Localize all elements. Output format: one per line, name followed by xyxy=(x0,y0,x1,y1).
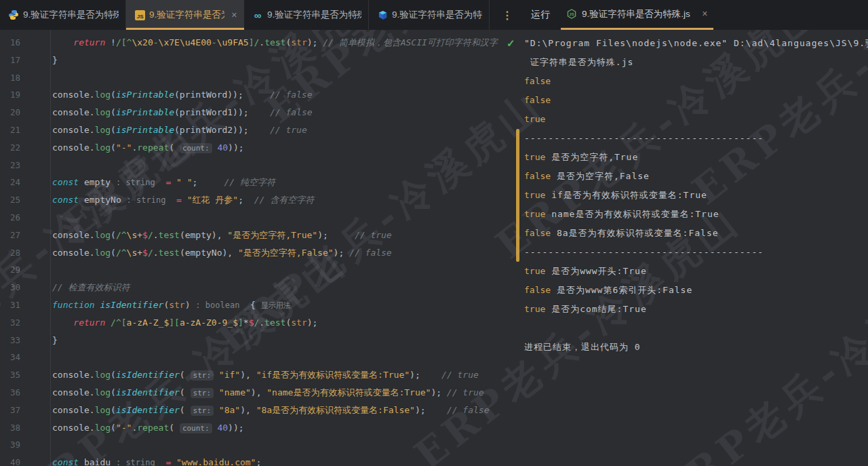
code-line: 26 xyxy=(0,209,502,227)
code-line: 30// 检查有效标识符 xyxy=(0,279,502,296)
close-icon[interactable]: ✕ xyxy=(231,11,237,20)
tab-go-file[interactable]: ∞ 9.验证字符串是否为特殊.go xyxy=(244,0,369,30)
code-token: ! xyxy=(105,37,116,47)
code-token: console. xyxy=(52,125,95,135)
inlay-hint-usages: 显示用法 xyxy=(261,301,291,310)
code-token: . xyxy=(259,317,264,328)
console-line: ---------------------------------------- xyxy=(524,243,868,262)
code-token: ( xyxy=(111,230,116,240)
line-number: 16 xyxy=(0,34,52,52)
code-token: = xyxy=(176,195,182,205)
console-output: "D:\Program Files\nodejs\node.exe" D:\ad… xyxy=(502,30,868,357)
code-token: log xyxy=(95,387,111,397)
line-number: 24 xyxy=(0,174,52,191)
code-token: ( xyxy=(180,370,191,380)
code-line: 29 xyxy=(0,261,502,279)
code-token: ; xyxy=(256,457,261,466)
code-token: \x7E xyxy=(159,37,180,47)
kebab-menu-icon[interactable]: ⋮ xyxy=(502,0,513,30)
code-token: str xyxy=(169,300,184,310)
line-number: 22 xyxy=(0,139,52,157)
close-icon[interactable]: ✕ xyxy=(702,9,708,18)
code-token: ( xyxy=(111,405,116,415)
code-token: ( xyxy=(111,142,116,153)
code-token: ]/ xyxy=(249,37,260,47)
code-token: 40 xyxy=(217,423,228,433)
code-token: + xyxy=(137,248,142,258)
tab-java-file[interactable]: 9.验证字符串是否为特殊.java xyxy=(369,0,490,30)
code-token: + xyxy=(137,230,142,240)
code-token: log xyxy=(95,370,111,380)
code-token: empty xyxy=(79,177,116,187)
line-number: 21 xyxy=(0,121,52,139)
inlay-hint-parameter: str: xyxy=(191,370,214,381)
code-token: console. xyxy=(52,370,95,380)
code-token: . xyxy=(259,37,264,47)
code-token: "-" xyxy=(116,423,132,433)
console-line: 证字符串是否为特殊.js xyxy=(524,53,868,72)
console-line: true 是否为com结尾:True xyxy=(524,300,868,319)
code-token: // 检查有效标识符 xyxy=(52,282,130,292)
svg-text:JS: JS xyxy=(569,12,574,16)
nodejs-icon: JS xyxy=(566,9,577,20)
code-token: \s xyxy=(127,248,138,258)
console-text: name是否为有效标识符或变量名:True xyxy=(545,209,719,219)
console-text: 是否为com结尾:True xyxy=(545,304,646,314)
code-token xyxy=(52,317,73,328)
console-text: false xyxy=(524,285,551,295)
code-token: ( xyxy=(169,423,180,433)
code-token: log xyxy=(95,248,111,258)
line-number: 35 xyxy=(0,366,52,384)
console-text: false xyxy=(524,95,551,105)
code-token: \u4E00 xyxy=(180,37,212,47)
code-token: log xyxy=(95,125,111,135)
code-token: - xyxy=(212,37,217,47)
tab-js-file-active[interactable]: JS 9.验证字符串是否为特殊.js ✕ xyxy=(126,0,244,30)
code-token: } xyxy=(52,335,58,345)
console-text: true xyxy=(524,209,545,219)
code-token xyxy=(214,370,219,380)
code-token: ( xyxy=(111,370,116,380)
code-editor[interactable]: 16 return !/[^\x20-\x7E\u4E00-\u9FA5]/.t… xyxy=(0,30,502,466)
code-token: )); xyxy=(228,423,243,433)
code-line: 22console.log("-".repeat( count: 40)); xyxy=(0,139,502,157)
tab-label: 9.验证字符串是否为特殊.java xyxy=(392,9,482,21)
line-number: 20 xyxy=(0,104,52,121)
code-token: ( xyxy=(180,387,191,397)
code-line: 31function isIdentifier(str) : boolean {… xyxy=(0,296,502,314)
code-token: . xyxy=(153,248,159,258)
code-token: "是否为空字符,True" xyxy=(227,230,317,240)
code-token: ] xyxy=(238,317,243,328)
code-line: 27console.log(/^\s+$/.test(empty), "是否为空… xyxy=(0,227,502,244)
inlay-hint-parameter: count: xyxy=(180,423,212,433)
code-line: 40const baidu : string = "www.baidu.com"… xyxy=(0,454,502,466)
inlay-hint-type: : string xyxy=(116,458,155,466)
run-tab-nodejs[interactable]: JS 9.验证字符串是否为特殊.js ✕ xyxy=(561,0,713,30)
go-icon: ∞ xyxy=(252,9,263,20)
code-token xyxy=(165,195,176,205)
code-token: / xyxy=(148,248,153,258)
code-token: ), xyxy=(240,370,256,380)
javascript-icon: JS xyxy=(134,9,145,20)
run-console[interactable]: ✓ "D:\Program Files\nodejs\node.exe" D:\… xyxy=(502,30,868,466)
code-token: const xyxy=(52,457,79,466)
code-token: test xyxy=(264,37,285,47)
console-text: ---------------------------------------- xyxy=(524,133,764,143)
code-line: 34 xyxy=(0,349,502,366)
code-token: ( xyxy=(111,423,116,433)
code-lines: 16 return !/[^\x20-\x7E\u4E00-\u9FA5]/.t… xyxy=(0,30,502,466)
console-line: false 是否为空字符,False xyxy=(524,167,868,186)
code-line: 25const emptyNo : string = "红花 丹参"; // 含… xyxy=(0,191,502,209)
tab-python-file[interactable]: 9.验证字符串是否为特殊.py xyxy=(0,0,126,30)
code-token: baidu xyxy=(79,457,116,466)
code-token xyxy=(155,177,166,187)
line-number: 17 xyxy=(0,52,52,69)
code-token: "if是否为有效标识符或变量名:True" xyxy=(256,370,410,380)
code-line: 28console.log(/^\s+$/.test(emptyNo), "是否… xyxy=(0,244,502,262)
code-token: ), xyxy=(251,387,267,397)
code-token: )); xyxy=(228,142,243,153)
console-line: false 是否为www第6索引开头:False xyxy=(524,281,868,300)
console-line: true 是否为空字符,True xyxy=(524,148,868,167)
code-token: const xyxy=(52,177,79,187)
console-text: true xyxy=(524,114,545,124)
